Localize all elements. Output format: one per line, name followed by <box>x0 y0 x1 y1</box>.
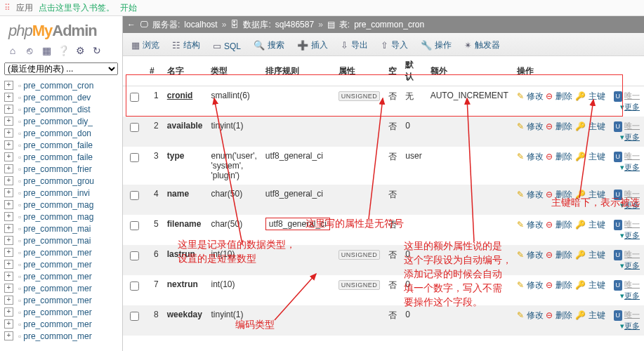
toggle-dot-icon[interactable]: ▫ <box>18 81 21 91</box>
crumb-table[interactable]: pre_common_cron <box>354 20 424 29</box>
row-checkbox[interactable] <box>130 191 139 200</box>
key-icon[interactable]: 🔑 <box>575 280 586 290</box>
more-link[interactable]: 更多 <box>624 231 640 239</box>
expand-icon[interactable]: + <box>4 248 13 257</box>
tree-table-label[interactable]: pre_common_mag <box>23 212 93 222</box>
expand-icon[interactable]: + <box>4 224 13 233</box>
tree-table-item[interactable]: +▫pre_common_cron <box>1 79 122 91</box>
tree-table-label[interactable]: pre_common_faile <box>23 140 93 150</box>
expand-icon[interactable]: + <box>4 260 13 269</box>
key-icon[interactable]: 🔑 <box>575 190 586 199</box>
expand-icon[interactable]: + <box>4 272 13 281</box>
more-link[interactable]: 更多 <box>624 201 640 209</box>
crumb-database[interactable]: sql486587 <box>275 20 314 29</box>
more-link[interactable]: 更多 <box>624 322 640 330</box>
tree-table-label[interactable]: pre_common_cron <box>23 81 93 91</box>
expand-icon[interactable]: + <box>4 236 13 245</box>
tree-table-label[interactable]: pre_common_faile <box>23 152 93 162</box>
expand-icon[interactable]: + <box>4 152 13 161</box>
expand-icon[interactable]: + <box>4 140 13 150</box>
tree-table-label[interactable]: pre_common_mai <box>23 236 91 246</box>
toggle-dot-icon[interactable]: ▫ <box>18 200 21 210</box>
drop-link[interactable]: 删除 <box>556 310 572 320</box>
home-icon[interactable]: ⌂ <box>6 44 20 57</box>
toggle-dot-icon[interactable]: ▫ <box>18 296 21 305</box>
th-ops[interactable]: 操作 <box>513 56 610 86</box>
tree-table-item[interactable]: +▫pre_common_invi <box>1 187 122 199</box>
tab-sql[interactable]: ▭SQL <box>207 37 248 55</box>
tree-table-item[interactable]: +▫pre_common_frier <box>1 163 122 175</box>
drop-link[interactable]: 删除 <box>556 280 572 290</box>
tree-table-label[interactable]: pre_common_diy_ <box>23 117 93 126</box>
tab-export[interactable]: ⇩导出 <box>335 35 375 55</box>
edit-link[interactable]: 修改 <box>527 220 544 230</box>
key-icon[interactable]: 🔑 <box>575 121 586 131</box>
column-name[interactable]: name <box>167 189 189 199</box>
more-link[interactable]: 更多 <box>624 163 640 171</box>
expand-icon[interactable]: + <box>4 176 13 185</box>
tree-table-item[interactable]: +▫pre_common_mer <box>1 282 122 294</box>
tree-table-item[interactable]: +▫pre_common_dist <box>1 103 122 115</box>
edit-link[interactable]: 修改 <box>527 91 544 101</box>
tree-table-label[interactable]: pre_common_frier <box>23 164 91 174</box>
edit-icon[interactable]: ✎ <box>517 280 524 290</box>
edit-link[interactable]: 修改 <box>527 310 544 320</box>
tree-table-label[interactable]: pre_common_mer <box>23 284 91 293</box>
tree-table-label[interactable]: pre_common_mai <box>23 224 91 234</box>
th-collation[interactable]: 排序规则 <box>261 56 334 86</box>
tree-table-label[interactable]: pre_common_dist <box>23 105 90 114</box>
edit-icon[interactable]: ✎ <box>517 121 524 131</box>
toggle-dot-icon[interactable]: ▫ <box>18 105 21 114</box>
row-checkbox[interactable] <box>130 221 139 230</box>
tree-table-label[interactable]: pre_common_grou <box>23 176 94 186</box>
edit-icon[interactable]: ✎ <box>517 250 524 260</box>
unique-link[interactable]: 唯一 <box>624 91 640 100</box>
toggle-dot-icon[interactable]: ▫ <box>18 260 21 270</box>
primary-key-link[interactable]: 主键 <box>589 190 605 199</box>
edit-link[interactable]: 修改 <box>527 250 544 260</box>
drop-icon[interactable]: ⊖ <box>546 310 553 320</box>
tree-table-item[interactable]: +▫pre_common_mer <box>1 270 122 282</box>
edit-icon[interactable]: ✎ <box>517 190 524 199</box>
recent-tables-select[interactable]: (最近使用的表) ... <box>4 62 118 75</box>
th-attr[interactable]: 属性 <box>334 56 385 86</box>
tree-table-item[interactable]: +▫pre_common_faile <box>1 151 122 163</box>
tree-table-item[interactable]: +▫pre_common_don <box>1 127 122 139</box>
toggle-dot-icon[interactable]: ▫ <box>18 319 21 329</box>
tab-browse[interactable]: ▦浏览 <box>126 35 166 55</box>
toggle-dot-icon[interactable]: ▫ <box>18 152 21 162</box>
toggle-dot-icon[interactable]: ▫ <box>18 93 21 102</box>
tab-operations[interactable]: 🔧操作 <box>415 35 459 55</box>
tree-table-item[interactable]: +▫pre_common_mer <box>1 246 122 258</box>
logout-icon[interactable]: ⎋ <box>22 44 37 57</box>
more-link[interactable]: 更多 <box>624 291 640 300</box>
tree-table-item[interactable]: +▫pre_common_faile <box>1 139 122 151</box>
drop-link[interactable]: 删除 <box>556 91 572 101</box>
toggle-dot-icon[interactable]: ▫ <box>18 164 21 174</box>
toggle-dot-icon[interactable]: ▫ <box>18 236 21 246</box>
db-tree[interactable]: +▫pre_common_cron+▫pre_common_dev+▫pre_c… <box>0 79 122 351</box>
tree-table-label[interactable]: pre_common_mer <box>23 319 91 329</box>
tree-table-label[interactable]: pre_common_mag <box>23 200 93 210</box>
sql-icon[interactable]: ▦ <box>39 44 53 57</box>
expand-icon[interactable]: + <box>4 188 13 197</box>
key-icon[interactable]: 🔑 <box>575 220 586 230</box>
tree-table-item[interactable]: +▫pre_common_diy_ <box>1 115 122 127</box>
tree-table-label[interactable]: pre_common_mer <box>23 307 91 317</box>
collapse-icon[interactable]: ← <box>127 20 136 29</box>
primary-key-link[interactable]: 主键 <box>589 152 605 161</box>
drop-link[interactable]: 删除 <box>556 121 572 131</box>
start-link[interactable]: 开始 <box>120 0 137 15</box>
unique-link[interactable]: 唯一 <box>624 280 640 289</box>
unique-link[interactable]: 唯一 <box>624 121 640 130</box>
row-checkbox[interactable] <box>130 251 139 260</box>
tree-table-item[interactable]: +▫pre_common_mag <box>1 211 122 223</box>
gear-icon[interactable]: ⚙ <box>73 44 87 57</box>
column-name[interactable]: filename <box>167 219 202 229</box>
th-null[interactable]: 空 <box>384 56 401 86</box>
drop-link[interactable]: 删除 <box>556 190 572 199</box>
unique-link[interactable]: 唯一 <box>624 250 640 258</box>
tab-structure[interactable]: ☷结构 <box>166 35 207 55</box>
tab-import[interactable]: ⇧导入 <box>375 35 415 55</box>
tab-triggers[interactable]: ✴触发器 <box>459 35 507 55</box>
